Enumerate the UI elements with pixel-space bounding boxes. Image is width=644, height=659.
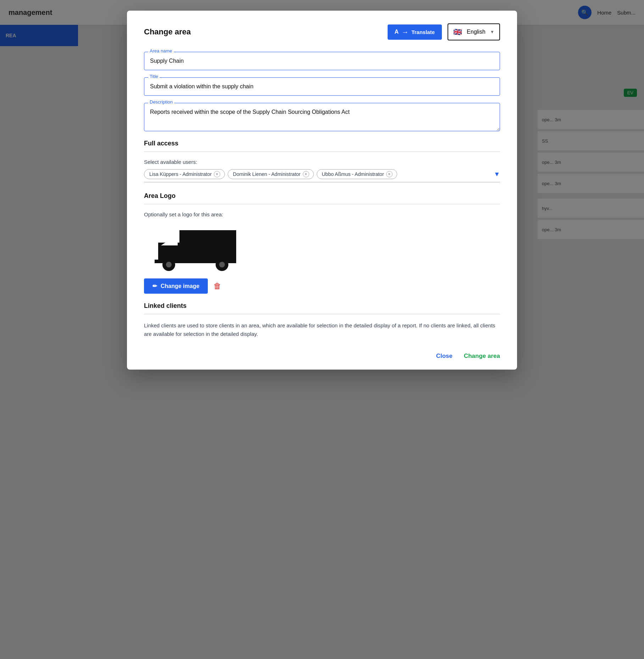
modal-header-actions: A → Translate 🇬🇧 English ▼ [388, 23, 500, 40]
user-chip-0-remove[interactable]: × [214, 171, 220, 177]
users-dropdown-arrow[interactable]: ▼ [494, 171, 500, 178]
pencil-icon: ✏ [152, 283, 157, 289]
full-access-divider [144, 151, 500, 152]
linked-clients-section: Linked clients Linked clients are used t… [144, 302, 500, 338]
change-area-button[interactable]: Change area [464, 353, 500, 360]
translate-button[interactable]: A → Translate [388, 24, 442, 40]
description-field-group: Description [144, 103, 500, 133]
area-name-field-group: Area name [144, 52, 500, 70]
modal-body: Change area A → Translate 🇬🇧 English ▼ [127, 11, 517, 345]
area-name-input[interactable] [144, 52, 500, 70]
language-name: English [467, 29, 485, 35]
linked-clients-description: Linked clients are used to store clients… [144, 321, 500, 338]
full-access-heading: Full access [144, 140, 500, 147]
svg-point-5 [219, 262, 225, 267]
users-input-area: Lisa Küppers - Administrator × Dominik L… [144, 169, 500, 182]
user-chip-1: Dominik Lienen - Administrator × [228, 169, 314, 179]
user-chip-2-name: Ubbo Aßmus - Administrator [322, 171, 384, 177]
user-chip-2-remove[interactable]: × [386, 171, 393, 177]
logo-description: Optionally set a logo for this area: [144, 211, 500, 217]
user-chip-2: Ubbo Aßmus - Administrator × [317, 169, 397, 179]
description-label: Description [148, 99, 174, 105]
user-chip-1-remove[interactable]: × [303, 171, 309, 177]
user-chip-0-name: Lisa Küppers - Administrator [149, 171, 212, 177]
svg-rect-0 [179, 230, 236, 260]
change-area-modal: Change area A → Translate 🇬🇧 English ▼ [127, 11, 517, 370]
title-label: Title [148, 74, 160, 79]
modal-footer: Close Change area [127, 345, 517, 370]
linked-clients-divider [144, 314, 500, 314]
modal-header: Change area A → Translate 🇬🇧 English ▼ [144, 23, 500, 40]
select-users-label: Select available users: [144, 159, 500, 165]
title-field-group: Title [144, 77, 500, 96]
change-image-label: Change image [161, 283, 199, 289]
language-flag: 🇬🇧 [453, 28, 462, 36]
svg-point-7 [166, 262, 172, 267]
translate-icon: A [395, 29, 399, 35]
translate-arrow-icon: → [401, 28, 409, 36]
linked-clients-heading: Linked clients [144, 302, 500, 310]
area-logo-divider [144, 204, 500, 204]
modal-title: Change area [144, 27, 191, 37]
area-logo-heading: Area Logo [144, 192, 500, 200]
trash-icon: 🗑 [213, 282, 221, 290]
delete-logo-button[interactable]: 🗑 [213, 282, 221, 291]
change-image-button[interactable]: ✏ Change image [144, 278, 208, 294]
logo-preview [144, 223, 243, 273]
language-chevron-icon: ▼ [490, 29, 494, 34]
language-selector-wrapper: 🇬🇧 English ▼ [448, 23, 500, 40]
translate-label: Translate [411, 29, 435, 35]
area-name-label: Area name [148, 48, 174, 54]
truck-logo-svg [148, 225, 240, 271]
user-chip-1-name: Dominik Lienen - Administrator [233, 171, 301, 177]
language-selector[interactable]: 🇬🇧 English ▼ [449, 25, 499, 39]
area-logo-section: Area Logo Optionally set a logo for this… [144, 192, 500, 294]
title-input[interactable] [144, 77, 500, 96]
close-button[interactable]: Close [436, 353, 453, 360]
user-chip-0: Lisa Küppers - Administrator × [144, 169, 225, 179]
full-access-section: Full access Select available users: Lisa… [144, 140, 500, 182]
description-textarea[interactable] [144, 103, 500, 131]
logo-actions: ✏ Change image 🗑 [144, 278, 500, 294]
